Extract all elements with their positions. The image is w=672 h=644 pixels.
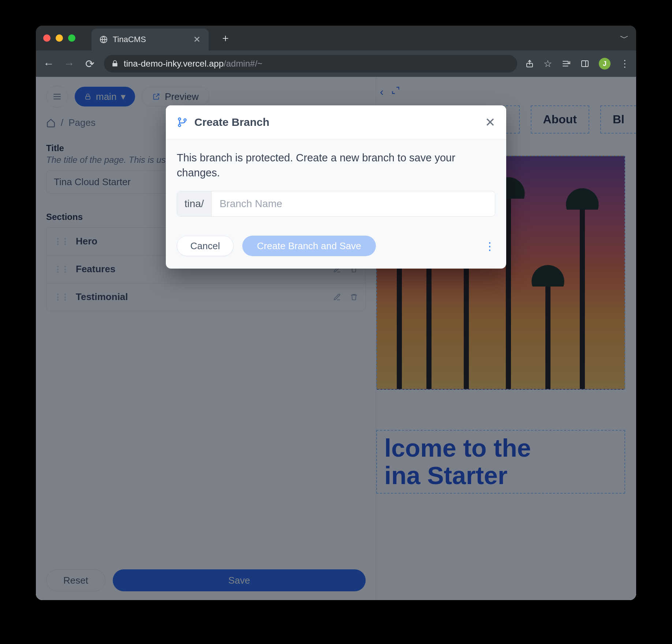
- browser-window: TinaCMS ✕ ＋ ﹀ ← → ⟳ tina-demo-inky.verce…: [36, 26, 636, 600]
- browser-tab[interactable]: TinaCMS ✕: [92, 29, 209, 50]
- cancel-button[interactable]: Cancel: [177, 236, 234, 256]
- new-tab-button[interactable]: ＋: [220, 31, 231, 45]
- profile-avatar[interactable]: J: [599, 58, 611, 70]
- create-branch-and-save-button[interactable]: Create Branch and Save: [242, 236, 376, 256]
- forward-button[interactable]: →: [63, 57, 75, 70]
- toolbar-actions: ☆ J ⋮: [525, 58, 630, 70]
- tab-title: TinaCMS: [113, 35, 146, 44]
- svg-point-6: [184, 119, 186, 121]
- modal-actions: Cancel Create Branch and Save ⋮: [177, 236, 495, 256]
- branch-input-group: tina/: [177, 191, 495, 217]
- traffic-lights: [43, 34, 75, 42]
- lock-icon: [111, 60, 119, 67]
- viewport: main ▾ Preview / Pages: [36, 77, 636, 600]
- reload-button[interactable]: ⟳: [83, 57, 96, 70]
- bookmark-star-icon[interactable]: ☆: [544, 58, 552, 70]
- modal-body: This branch is protected. Create a new b…: [166, 139, 506, 269]
- svg-rect-2: [582, 61, 588, 67]
- url-text: tina-demo-inky.vercel.app/admin#/~: [124, 59, 262, 69]
- browser-menu-icon[interactable]: ⋮: [620, 58, 630, 70]
- modal-close-button[interactable]: ✕: [485, 115, 495, 130]
- browser-titlebar: TinaCMS ✕ ＋ ﹀: [36, 26, 636, 50]
- create-branch-modal: Create Branch ✕ This branch is protected…: [166, 105, 506, 269]
- url-bar[interactable]: tina-demo-inky.vercel.app/admin#/~: [104, 55, 517, 72]
- more-options-icon[interactable]: ⋮: [484, 240, 495, 252]
- branch-name-input[interactable]: [212, 191, 495, 216]
- back-button[interactable]: ←: [42, 57, 55, 70]
- branch-icon: [177, 117, 188, 128]
- share-icon[interactable]: [525, 59, 534, 68]
- svg-point-5: [178, 124, 180, 127]
- reading-list-icon[interactable]: [561, 59, 571, 68]
- window-close-button[interactable]: [43, 34, 51, 42]
- tabs-dropdown-icon[interactable]: ﹀: [620, 32, 629, 44]
- protected-branch-message: This branch is protected. Create a new b…: [177, 150, 495, 180]
- branch-prefix: tina/: [177, 191, 212, 216]
- svg-point-4: [178, 118, 180, 120]
- browser-toolbar: ← → ⟳ tina-demo-inky.vercel.app/admin#/~…: [36, 50, 636, 77]
- globe-icon: [100, 35, 108, 44]
- modal-header: Create Branch ✕: [166, 105, 506, 139]
- modal-title: Create Branch: [194, 116, 269, 128]
- side-panel-icon[interactable]: [580, 59, 589, 68]
- tab-close-button[interactable]: ✕: [193, 34, 201, 45]
- window-minimize-button[interactable]: [56, 34, 63, 42]
- modal-overlay[interactable]: Create Branch ✕ This branch is protected…: [36, 77, 636, 600]
- window-maximize-button[interactable]: [68, 34, 75, 42]
